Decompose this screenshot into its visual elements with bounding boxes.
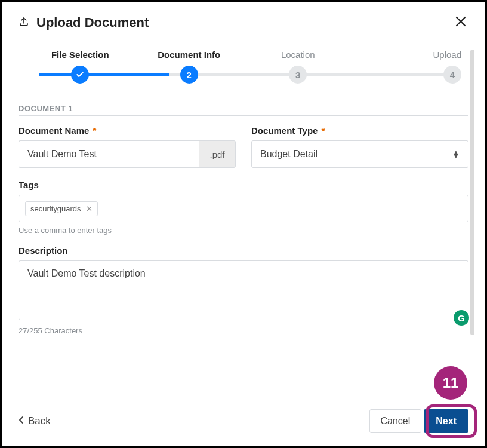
step-location[interactable]: Location 3	[244, 50, 353, 84]
tags-hint: Use a comma to enter tags	[19, 226, 468, 235]
label-text: Document Type	[251, 125, 318, 136]
field-label: Description	[19, 246, 468, 256]
step-label: Upload	[433, 50, 461, 60]
required-indicator: *	[90, 125, 96, 136]
back-button[interactable]: Back	[19, 415, 51, 427]
cancel-button[interactable]: Cancel	[369, 409, 422, 433]
document-section-header: DOCUMENT 1	[19, 104, 468, 113]
step-upload[interactable]: Upload 4	[353, 50, 462, 84]
step-document-info[interactable]: Document Info 2	[135, 50, 244, 84]
step-label: Document Info	[158, 50, 220, 60]
tag-text: securityguards	[30, 204, 81, 213]
field-document-type: Document Type * Budget Detail ▲▼	[251, 125, 468, 168]
field-label: Tags	[19, 180, 468, 190]
dialog-content: File Selection Document Info 2 Location …	[19, 50, 468, 335]
step-file-selection[interactable]: File Selection	[26, 50, 135, 84]
document-name-input[interactable]	[19, 140, 199, 168]
dialog-upload-document: Upload Document File Selection Document …	[0, 0, 487, 448]
select-value: Budget Detail	[260, 149, 318, 159]
close-icon	[455, 16, 466, 27]
close-button[interactable]	[453, 14, 468, 32]
step-bubble: 3	[289, 66, 307, 84]
step-bubble	[71, 66, 89, 84]
field-row: Document Name * .pdf Document Type * Bud…	[19, 125, 468, 168]
back-label: Back	[28, 415, 51, 427]
dialog-header: Upload Document	[19, 14, 468, 32]
field-description: Description G 27/255 Characters	[19, 246, 468, 335]
header-title-group: Upload Document	[19, 15, 149, 30]
required-indicator: *	[319, 125, 325, 136]
progress-stepper: File Selection Document Info 2 Location …	[26, 50, 461, 84]
dialog-title: Upload Document	[36, 15, 149, 30]
select-caret-icon: ▲▼	[452, 151, 460, 158]
upload-icon	[19, 16, 29, 29]
step-bubble: 4	[443, 66, 461, 84]
name-input-group: .pdf	[19, 140, 236, 168]
next-button[interactable]: Next	[424, 409, 468, 433]
chevron-left-icon	[19, 415, 24, 427]
field-tags: Tags securityguards ✕ Use a comma to ent…	[19, 180, 468, 235]
footer-actions: Cancel Next	[369, 409, 469, 433]
description-textarea[interactable]	[19, 260, 468, 320]
grammarly-icon[interactable]: G	[454, 310, 469, 326]
document-type-select[interactable]: Budget Detail ▲▼	[251, 140, 468, 168]
divider	[19, 115, 468, 116]
step-bubble: 2	[180, 66, 198, 84]
content-scrollbar[interactable]	[470, 50, 474, 335]
tags-input[interactable]: securityguards ✕	[19, 195, 468, 222]
check-icon	[76, 70, 84, 79]
label-text: Document Name	[19, 125, 89, 136]
field-document-name: Document Name * .pdf	[19, 125, 236, 168]
field-label: Document Name *	[19, 125, 236, 136]
step-label: Location	[281, 50, 315, 60]
tag-chip: securityguards ✕	[25, 201, 98, 216]
field-label: Document Type *	[251, 125, 468, 136]
annotation-step-badge: 11	[434, 366, 467, 400]
character-counter: 27/255 Characters	[19, 326, 468, 335]
dialog-footer: Back Cancel Next	[19, 409, 468, 433]
file-extension-badge: .pdf	[199, 140, 236, 168]
tag-remove-button[interactable]: ✕	[86, 204, 93, 213]
step-label: File Selection	[51, 50, 109, 60]
